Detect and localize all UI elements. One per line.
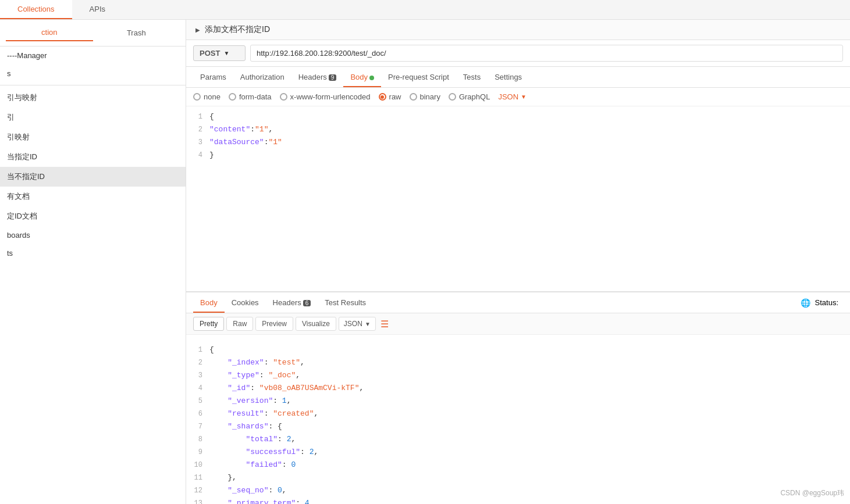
resp-tab-body[interactable]: Body: [193, 292, 225, 313]
tab-tests[interactable]: Tests: [456, 67, 488, 87]
code-line: 4 "_id": "vb08_oAB7USAmCVi-kTF",: [186, 383, 850, 395]
code-line: 7 "_shards": {: [186, 421, 850, 434]
chevron-down-icon: ▼: [521, 94, 527, 100]
radio-graphql[interactable]: [449, 93, 456, 101]
sidebar-divider: [0, 85, 186, 85]
url-bar: POST ▼: [186, 40, 850, 67]
response-tabs: Body Cookies Headers6 Test Results 🌐 Sta…: [186, 292, 850, 313]
tab-collections[interactable]: Collections: [0, 0, 72, 19]
sidebar-tab-trash[interactable]: Trash: [93, 25, 180, 41]
code-line: 11 },: [186, 472, 850, 485]
sidebar: ction Trash ----Manager s 引与映射 引 引映射 当指定…: [0, 20, 186, 504]
format-preview-button[interactable]: Preview: [255, 317, 293, 331]
label-formdata: form-data: [239, 92, 272, 101]
radio-binary[interactable]: [410, 93, 417, 101]
list-item[interactable]: ----Manager: [0, 47, 186, 65]
top-tab-bar: Collections APIs: [0, 0, 850, 20]
code-line: 9 "successful": 2,: [186, 446, 850, 459]
radio-raw[interactable]: [379, 93, 386, 101]
body-type-graphql[interactable]: GraphQL: [449, 92, 490, 101]
body-type-bar: none form-data x-www-form-urlencoded raw…: [186, 88, 850, 106]
request-title: 添加文档不指定ID: [205, 24, 270, 35]
tab-params[interactable]: Params: [193, 67, 233, 87]
code-editor-request: 1 { 2 "content":"1", 3 "dataSource":"1" …: [186, 106, 850, 167]
collapse-icon[interactable]: ▶: [195, 27, 200, 33]
list-icon[interactable]: ☰: [380, 319, 389, 330]
code-line: 8 "total": 2,: [186, 434, 850, 446]
body-active-dot: [369, 76, 374, 80]
resp-json-label: JSON: [344, 320, 362, 328]
method-dropdown[interactable]: POST ▼: [193, 45, 246, 61]
resp-tab-testresults[interactable]: Test Results: [318, 292, 373, 313]
code-line: 2 "_index": "test",: [186, 357, 850, 370]
request-title-bar: ▶ 添加文档不指定ID: [186, 20, 850, 40]
tab-apis[interactable]: APIs: [72, 0, 123, 19]
globe-icon: 🌐: [801, 298, 810, 308]
response-area: Body Cookies Headers6 Test Results 🌐 Sta…: [186, 292, 850, 504]
list-item[interactable]: s: [0, 65, 186, 83]
list-item[interactable]: boards: [0, 226, 186, 244]
list-item[interactable]: 引: [0, 108, 186, 127]
tab-headers[interactable]: Headers9: [291, 67, 344, 87]
list-item[interactable]: 当指定ID: [0, 147, 186, 167]
code-line: 12 "_seq_no": 0,: [186, 485, 850, 498]
request-editor: 1 { 2 "content":"1", 3 "dataSource":"1" …: [186, 106, 850, 504]
list-item[interactable]: 引映射: [0, 127, 186, 147]
code-line: 6 "result": "created",: [186, 408, 850, 421]
code-line: 4 }: [186, 149, 850, 162]
tab-prerequest[interactable]: Pre-request Script: [381, 67, 456, 87]
tab-settings[interactable]: Settings: [488, 67, 529, 87]
code-line: 1 {: [186, 111, 850, 124]
list-item[interactable]: 有文档: [0, 187, 186, 206]
status-label: Status:: [815, 298, 838, 307]
response-body-editor[interactable]: 1 { 2 "_index": "test", 3 "_type": "_doc…: [186, 335, 850, 504]
request-body-editor[interactable]: 1 { 2 "content":"1", 3 "dataSource":"1" …: [186, 106, 850, 292]
list-item[interactable]: 定ID文档: [0, 206, 186, 226]
body-type-urlencoded[interactable]: x-www-form-urlencoded: [280, 92, 371, 101]
main-layout: ction Trash ----Manager s 引与映射 引 引映射 当指定…: [0, 20, 850, 504]
code-editor-response: 1 { 2 "_index": "test", 3 "_type": "_doc…: [186, 339, 850, 504]
resp-json-dropdown[interactable]: JSON ▼: [339, 317, 376, 331]
sidebar-content: ----Manager s 引与映射 引 引映射 当指定ID 当不指定ID 有文…: [0, 47, 186, 504]
body-type-none[interactable]: none: [193, 92, 220, 101]
sidebar-header: ction Trash: [0, 20, 186, 47]
code-line: 3 "dataSource":"1": [186, 137, 850, 149]
sidebar-tab-collections[interactable]: ction: [6, 24, 93, 41]
label-urlencoded: x-www-form-urlencoded: [290, 92, 371, 101]
code-line: 13 "_primary_term": 4: [186, 498, 850, 504]
code-line: 1 {: [186, 344, 850, 357]
code-line: 3 "_type": "_doc",: [186, 370, 850, 383]
resp-headers-badge: 6: [303, 300, 311, 306]
content-area: ▶ 添加文档不指定ID POST ▼ Params Authorization …: [186, 20, 850, 504]
tab-body[interactable]: Body: [343, 67, 381, 87]
code-line: 2 "content":"1",: [186, 124, 850, 137]
json-format-label: JSON: [498, 92, 518, 101]
format-visualize-button[interactable]: Visualize: [296, 317, 336, 331]
response-format-bar: Pretty Raw Preview Visualize JSON ▼ ☰: [186, 313, 850, 335]
resp-tab-headers[interactable]: Headers6: [266, 292, 318, 313]
list-item[interactable]: ts: [0, 244, 186, 262]
resp-tab-cookies[interactable]: Cookies: [225, 292, 266, 313]
body-type-formdata[interactable]: form-data: [229, 92, 272, 101]
json-format-dropdown[interactable]: JSON ▼: [498, 92, 527, 101]
watermark: CSDN @eggSoup玮: [780, 488, 844, 498]
tab-authorization[interactable]: Authorization: [233, 67, 291, 87]
format-raw-button[interactable]: Raw: [226, 317, 253, 331]
radio-urlencoded[interactable]: [280, 93, 287, 101]
list-item-active[interactable]: 当不指定ID: [0, 167, 186, 187]
chevron-down-icon: ▼: [223, 50, 229, 56]
url-input[interactable]: [250, 45, 843, 62]
label-raw: raw: [389, 92, 401, 101]
body-type-binary[interactable]: binary: [410, 92, 440, 101]
code-line: 5 "_version": 1,: [186, 395, 850, 408]
radio-none[interactable]: [193, 93, 201, 101]
status-area: 🌐 Status:: [796, 298, 843, 308]
radio-formdata[interactable]: [229, 93, 236, 101]
chevron-down-icon: ▼: [365, 321, 371, 327]
list-item[interactable]: 引与映射: [0, 88, 186, 108]
label-none: none: [204, 92, 220, 101]
body-type-raw[interactable]: raw: [379, 92, 401, 101]
request-tabs: Params Authorization Headers9 Body Pre-r…: [186, 67, 850, 88]
format-pretty-button[interactable]: Pretty: [193, 317, 224, 331]
headers-badge: 9: [329, 74, 337, 81]
